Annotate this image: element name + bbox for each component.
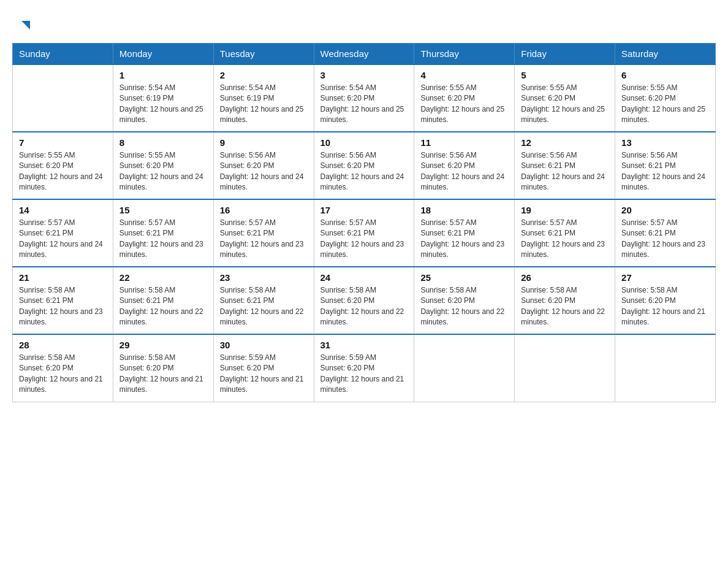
day-number: 4 bbox=[420, 70, 508, 80]
calendar-cell: 23Sunrise: 5:58 AMSunset: 6:21 PMDayligh… bbox=[213, 267, 314, 334]
day-info: Sunrise: 5:57 AMSunset: 6:21 PMDaylight:… bbox=[220, 218, 308, 261]
day-info: Sunrise: 5:54 AMSunset: 6:19 PMDaylight:… bbox=[220, 83, 308, 126]
day-number: 9 bbox=[220, 137, 308, 148]
week-row-3: 14Sunrise: 5:57 AMSunset: 6:21 PMDayligh… bbox=[13, 199, 716, 267]
calendar-cell: 1Sunrise: 5:54 AMSunset: 6:19 PMDaylight… bbox=[113, 64, 213, 132]
day-number: 5 bbox=[521, 70, 609, 80]
calendar-cell: 16Sunrise: 5:57 AMSunset: 6:21 PMDayligh… bbox=[213, 199, 314, 267]
calendar-table: SundayMondayTuesdayWednesdayThursdayFrid… bbox=[12, 43, 716, 402]
calendar-cell bbox=[615, 334, 716, 402]
day-info: Sunrise: 5:58 AMSunset: 6:20 PMDaylight:… bbox=[521, 285, 609, 328]
day-info: Sunrise: 5:56 AMSunset: 6:21 PMDaylight:… bbox=[621, 150, 709, 193]
calendar-cell: 30Sunrise: 5:59 AMSunset: 6:20 PMDayligh… bbox=[213, 334, 314, 402]
day-info: Sunrise: 5:56 AMSunset: 6:20 PMDaylight:… bbox=[220, 150, 308, 193]
weekday-header-tuesday: Tuesday bbox=[213, 44, 314, 65]
logo-arrow-icon bbox=[19, 20, 32, 33]
day-number: 22 bbox=[119, 272, 207, 283]
calendar-cell: 31Sunrise: 5:59 AMSunset: 6:20 PMDayligh… bbox=[314, 334, 414, 402]
day-info: Sunrise: 5:55 AMSunset: 6:20 PMDaylight:… bbox=[420, 83, 508, 126]
calendar-cell bbox=[13, 64, 113, 132]
day-number: 28 bbox=[19, 340, 107, 350]
week-row-5: 28Sunrise: 5:58 AMSunset: 6:20 PMDayligh… bbox=[13, 334, 716, 402]
day-number: 11 bbox=[420, 137, 508, 148]
calendar-cell: 25Sunrise: 5:58 AMSunset: 6:20 PMDayligh… bbox=[414, 267, 515, 334]
calendar-cell: 19Sunrise: 5:57 AMSunset: 6:21 PMDayligh… bbox=[515, 199, 615, 267]
day-info: Sunrise: 5:58 AMSunset: 6:20 PMDaylight:… bbox=[420, 285, 508, 328]
calendar-cell: 24Sunrise: 5:58 AMSunset: 6:20 PMDayligh… bbox=[314, 267, 414, 334]
day-number: 27 bbox=[621, 272, 709, 283]
day-info: Sunrise: 5:57 AMSunset: 6:21 PMDaylight:… bbox=[621, 218, 709, 261]
calendar-cell: 14Sunrise: 5:57 AMSunset: 6:21 PMDayligh… bbox=[13, 199, 113, 267]
day-info: Sunrise: 5:58 AMSunset: 6:20 PMDaylight:… bbox=[621, 285, 709, 328]
weekday-header-saturday: Saturday bbox=[615, 44, 716, 65]
day-info: Sunrise: 5:58 AMSunset: 6:20 PMDaylight:… bbox=[320, 285, 408, 328]
calendar-cell: 13Sunrise: 5:56 AMSunset: 6:21 PMDayligh… bbox=[615, 132, 716, 199]
calendar-cell: 12Sunrise: 5:56 AMSunset: 6:21 PMDayligh… bbox=[515, 132, 615, 199]
weekday-header-row: SundayMondayTuesdayWednesdayThursdayFrid… bbox=[13, 44, 716, 65]
day-number: 23 bbox=[220, 272, 308, 283]
calendar-cell: 27Sunrise: 5:58 AMSunset: 6:20 PMDayligh… bbox=[615, 267, 716, 334]
day-number: 16 bbox=[220, 205, 308, 215]
day-number: 14 bbox=[19, 205, 107, 215]
day-info: Sunrise: 5:57 AMSunset: 6:21 PMDaylight:… bbox=[320, 218, 408, 261]
calendar-cell: 11Sunrise: 5:56 AMSunset: 6:20 PMDayligh… bbox=[414, 132, 515, 199]
day-number: 21 bbox=[19, 272, 107, 283]
day-number: 20 bbox=[621, 205, 709, 215]
calendar-cell: 28Sunrise: 5:58 AMSunset: 6:20 PMDayligh… bbox=[13, 334, 113, 402]
day-info: Sunrise: 5:54 AMSunset: 6:19 PMDaylight:… bbox=[119, 83, 207, 126]
day-info: Sunrise: 5:54 AMSunset: 6:20 PMDaylight:… bbox=[320, 83, 408, 126]
day-number: 12 bbox=[521, 137, 609, 148]
calendar-cell: 21Sunrise: 5:58 AMSunset: 6:21 PMDayligh… bbox=[13, 267, 113, 334]
calendar-cell: 2Sunrise: 5:54 AMSunset: 6:19 PMDaylight… bbox=[213, 64, 314, 132]
day-number: 7 bbox=[19, 137, 107, 148]
day-number: 1 bbox=[119, 70, 207, 80]
day-number: 19 bbox=[521, 205, 609, 215]
svg-marker-0 bbox=[21, 21, 30, 29]
calendar-cell: 20Sunrise: 5:57 AMSunset: 6:21 PMDayligh… bbox=[615, 199, 716, 267]
day-number: 26 bbox=[521, 272, 609, 283]
day-number: 13 bbox=[621, 137, 709, 148]
day-info: Sunrise: 5:58 AMSunset: 6:21 PMDaylight:… bbox=[19, 285, 107, 328]
day-number: 31 bbox=[320, 340, 408, 350]
day-info: Sunrise: 5:58 AMSunset: 6:21 PMDaylight:… bbox=[220, 285, 308, 328]
day-number: 29 bbox=[119, 340, 207, 350]
weekday-header-thursday: Thursday bbox=[414, 44, 515, 65]
day-info: Sunrise: 5:56 AMSunset: 6:20 PMDaylight:… bbox=[420, 150, 508, 193]
day-number: 18 bbox=[420, 205, 508, 215]
day-info: Sunrise: 5:56 AMSunset: 6:20 PMDaylight:… bbox=[320, 150, 408, 193]
week-row-1: 1Sunrise: 5:54 AMSunset: 6:19 PMDaylight… bbox=[13, 64, 716, 132]
day-number: 3 bbox=[320, 70, 408, 80]
calendar-cell: 8Sunrise: 5:55 AMSunset: 6:20 PMDaylight… bbox=[113, 132, 213, 199]
calendar-cell bbox=[515, 334, 615, 402]
day-number: 30 bbox=[220, 340, 308, 350]
calendar-cell: 17Sunrise: 5:57 AMSunset: 6:21 PMDayligh… bbox=[314, 199, 414, 267]
day-number: 2 bbox=[220, 70, 308, 80]
day-info: Sunrise: 5:57 AMSunset: 6:21 PMDaylight:… bbox=[19, 218, 107, 261]
page-header bbox=[12, 12, 716, 32]
logo bbox=[18, 18, 32, 32]
calendar-cell: 7Sunrise: 5:55 AMSunset: 6:20 PMDaylight… bbox=[13, 132, 113, 199]
day-info: Sunrise: 5:58 AMSunset: 6:20 PMDaylight:… bbox=[119, 353, 207, 396]
day-info: Sunrise: 5:59 AMSunset: 6:20 PMDaylight:… bbox=[220, 353, 308, 396]
calendar-cell: 22Sunrise: 5:58 AMSunset: 6:21 PMDayligh… bbox=[113, 267, 213, 334]
weekday-header-friday: Friday bbox=[515, 44, 615, 65]
weekday-header-wednesday: Wednesday bbox=[314, 44, 414, 65]
day-number: 10 bbox=[320, 137, 408, 148]
calendar-cell: 5Sunrise: 5:55 AMSunset: 6:20 PMDaylight… bbox=[515, 64, 615, 132]
day-info: Sunrise: 5:55 AMSunset: 6:20 PMDaylight:… bbox=[521, 83, 609, 126]
day-number: 6 bbox=[621, 70, 709, 80]
calendar-cell: 29Sunrise: 5:58 AMSunset: 6:20 PMDayligh… bbox=[113, 334, 213, 402]
day-info: Sunrise: 5:58 AMSunset: 6:20 PMDaylight:… bbox=[19, 353, 107, 396]
weekday-header-sunday: Sunday bbox=[13, 44, 113, 65]
day-info: Sunrise: 5:57 AMSunset: 6:21 PMDaylight:… bbox=[119, 218, 207, 261]
calendar-cell: 15Sunrise: 5:57 AMSunset: 6:21 PMDayligh… bbox=[113, 199, 213, 267]
day-info: Sunrise: 5:56 AMSunset: 6:21 PMDaylight:… bbox=[521, 150, 609, 193]
day-info: Sunrise: 5:55 AMSunset: 6:20 PMDaylight:… bbox=[621, 83, 709, 126]
day-info: Sunrise: 5:55 AMSunset: 6:20 PMDaylight:… bbox=[119, 150, 207, 193]
day-info: Sunrise: 5:59 AMSunset: 6:20 PMDaylight:… bbox=[320, 353, 408, 396]
calendar-cell: 4Sunrise: 5:55 AMSunset: 6:20 PMDaylight… bbox=[414, 64, 515, 132]
week-row-4: 21Sunrise: 5:58 AMSunset: 6:21 PMDayligh… bbox=[13, 267, 716, 334]
day-info: Sunrise: 5:55 AMSunset: 6:20 PMDaylight:… bbox=[19, 150, 107, 193]
calendar-cell: 26Sunrise: 5:58 AMSunset: 6:20 PMDayligh… bbox=[515, 267, 615, 334]
weekday-header-monday: Monday bbox=[113, 44, 213, 65]
